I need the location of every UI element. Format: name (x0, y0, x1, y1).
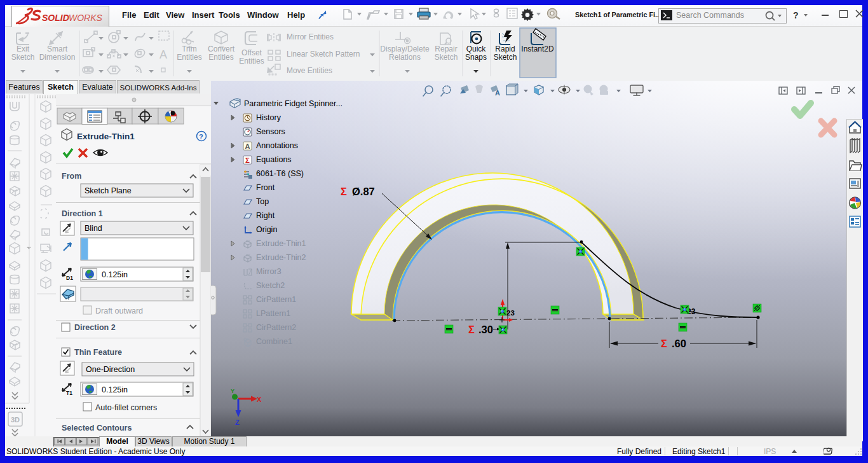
svg-text:Mirror Entities: Mirror Entities (287, 32, 334, 41)
svg-text:Equations: Equations (256, 155, 292, 164)
svg-text:Snaps: Snaps (465, 53, 487, 62)
svg-text:Σ: Σ (245, 156, 250, 164)
svg-text:From: From (62, 172, 81, 181)
svg-text:Linear Sketch Pattern: Linear Sketch Pattern (287, 50, 360, 59)
svg-text:Entities: Entities (239, 57, 264, 66)
svg-text:?: ? (199, 133, 203, 141)
svg-text:.60: .60 (672, 338, 686, 349)
svg-text:T1: T1 (66, 390, 72, 396)
svg-text:Entities: Entities (208, 53, 233, 62)
svg-text:X: X (257, 396, 262, 403)
svg-text:A: A (245, 142, 250, 150)
svg-text:Combine1: Combine1 (256, 337, 292, 346)
svg-text:Smart: Smart (47, 45, 68, 53)
svg-text:Z: Z (235, 418, 240, 426)
svg-text:Selected Contours: Selected Contours (62, 424, 132, 432)
svg-text:Annotations: Annotations (256, 141, 298, 150)
svg-text:Top: Top (256, 197, 269, 206)
svg-text:Direction 2: Direction 2 (74, 323, 116, 332)
svg-text:Sketch Plane: Sketch Plane (85, 186, 132, 195)
svg-text:Convert: Convert (208, 45, 235, 53)
svg-text:Front: Front (256, 183, 275, 192)
svg-text:Move Entities: Move Entities (287, 66, 332, 75)
svg-text:WORKS: WORKS (69, 13, 103, 23)
svg-text:Draft outward: Draft outward (95, 307, 143, 315)
svg-text:Σ: Σ (468, 324, 475, 335)
svg-text:History: History (256, 113, 281, 122)
svg-text:Sketch: Sketch (11, 53, 35, 62)
svg-text:Repair: Repair (435, 45, 457, 53)
svg-text:Mirror3: Mirror3 (256, 267, 281, 276)
svg-text:Quick: Quick (466, 45, 487, 53)
svg-text:Extrude-Thin1: Extrude-Thin1 (256, 239, 306, 248)
svg-text:Y: Y (231, 388, 234, 394)
svg-text:Right: Right (256, 211, 275, 220)
svg-text:23: 23 (506, 309, 515, 317)
svg-text:Extrude-Thin2: Extrude-Thin2 (256, 253, 306, 262)
svg-text:6061-T6 (SS): 6061-T6 (SS) (256, 169, 304, 178)
svg-text:Exit: Exit (17, 45, 30, 53)
svg-text:Sketch: Sketch (494, 53, 517, 62)
svg-text:3D: 3D (11, 416, 20, 424)
svg-text:0.125in: 0.125in (102, 385, 128, 394)
svg-text:CirPattern1: CirPattern1 (256, 295, 296, 304)
svg-text:Parametric Fidget Spinner...: Parametric Fidget Spinner... (244, 99, 342, 108)
svg-text:A: A (159, 48, 167, 61)
svg-text:Sketch2: Sketch2 (256, 281, 285, 290)
svg-text:Ø.87: Ø.87 (352, 186, 375, 197)
svg-text:Origin: Origin (256, 225, 277, 234)
svg-text:Trim: Trim (182, 45, 197, 53)
svg-text:Dimension: Dimension (39, 53, 76, 62)
svg-text:CirPattern2: CirPattern2 (256, 323, 296, 332)
svg-text:One-Direction: One-Direction (86, 365, 135, 374)
svg-text:Auto-fillet corners: Auto-fillet corners (95, 403, 157, 412)
svg-text:Entities: Entities (177, 53, 201, 62)
svg-text:Relations: Relations (389, 53, 421, 62)
svg-text:Direction 1: Direction 1 (62, 209, 103, 218)
svg-text:SOLID: SOLID (42, 13, 69, 23)
svg-text:Sketch: Sketch (435, 53, 458, 62)
svg-text:Thin Feature: Thin Feature (74, 348, 122, 357)
svg-text:LPattern1: LPattern1 (256, 309, 290, 318)
svg-text:Display/Delete: Display/Delete (380, 45, 430, 53)
svg-text:Rapid: Rapid (495, 45, 515, 53)
svg-text:0.125in: 0.125in (102, 270, 128, 279)
svg-text:.30: .30 (478, 324, 493, 335)
svg-text:Σ: Σ (661, 338, 667, 349)
svg-text:Extrude-Thin1: Extrude-Thin1 (77, 132, 135, 141)
svg-text:Σ: Σ (341, 186, 347, 197)
svg-text:Offset: Offset (241, 48, 262, 57)
svg-text:A: A (495, 89, 500, 97)
svg-text:Sensors: Sensors (256, 127, 285, 136)
svg-text:Blind: Blind (85, 224, 102, 233)
svg-text:Instant2D: Instant2D (521, 45, 554, 53)
svg-text:D1: D1 (66, 275, 73, 281)
